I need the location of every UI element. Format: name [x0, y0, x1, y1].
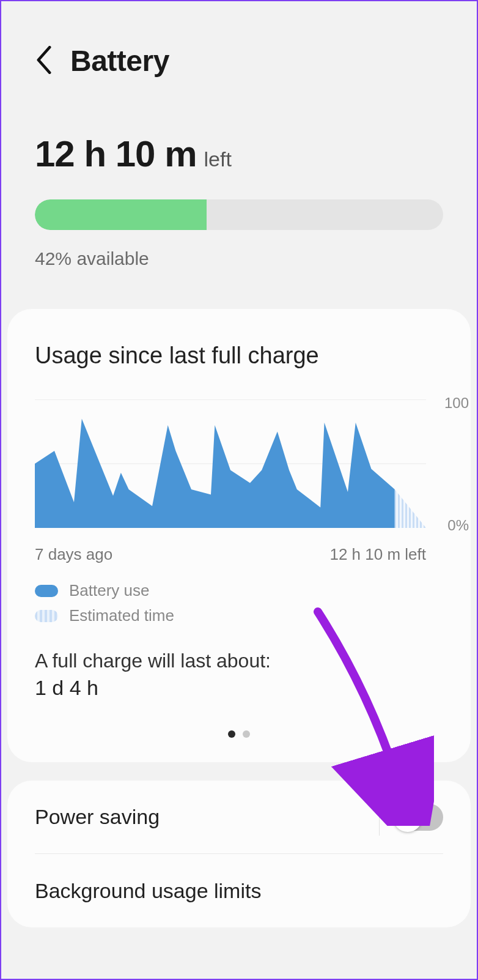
battery-progress: [35, 199, 443, 230]
power-saving-label: Power saving: [35, 805, 160, 829]
page-title: Battery: [70, 44, 169, 78]
legend-swatch-est: [35, 610, 58, 622]
full-charge-label: A full charge will last about:: [35, 650, 443, 672]
usage-card[interactable]: Usage since last full charge 100 0% 7 da…: [7, 309, 471, 762]
x-axis-left: 7 days ago: [35, 545, 112, 564]
full-charge-value: 1 d 4 h: [35, 676, 443, 700]
x-axis-right: 12 h 10 m left: [329, 545, 426, 564]
legend: Battery use Estimated time: [35, 581, 443, 625]
y-axis-top: 100: [444, 395, 469, 412]
battery-summary: 12 h 10 m left 42% available: [1, 90, 477, 294]
legend-label-use: Battery use: [69, 581, 150, 600]
usage-title: Usage since last full charge: [35, 343, 443, 369]
legend-swatch-use: [35, 585, 58, 597]
header: Battery: [1, 1, 477, 90]
bg-limits-label: Background usage limits: [35, 879, 261, 903]
settings-list: Power saving Background usage limits: [7, 781, 471, 927]
toggle-knob: [393, 803, 422, 832]
time-left-value: 12 h 10 m: [35, 133, 197, 175]
legend-label-est: Estimated time: [69, 606, 174, 625]
y-axis-bottom: 0%: [447, 517, 469, 534]
vertical-divider: [379, 799, 380, 836]
battery-progress-fill: [35, 199, 207, 230]
usage-chart: 100 0%: [35, 399, 443, 540]
power-saving-toggle[interactable]: [394, 804, 443, 831]
back-icon[interactable]: [35, 46, 53, 76]
pager[interactable]: [35, 730, 443, 738]
bg-limits-item[interactable]: Background usage limits: [35, 854, 443, 927]
pager-dot-1[interactable]: [228, 730, 235, 738]
pager-dot-2[interactable]: [243, 730, 250, 738]
power-saving-item[interactable]: Power saving: [35, 781, 443, 854]
time-left-suffix: left: [204, 147, 232, 171]
available-text: 42% available: [35, 248, 443, 269]
